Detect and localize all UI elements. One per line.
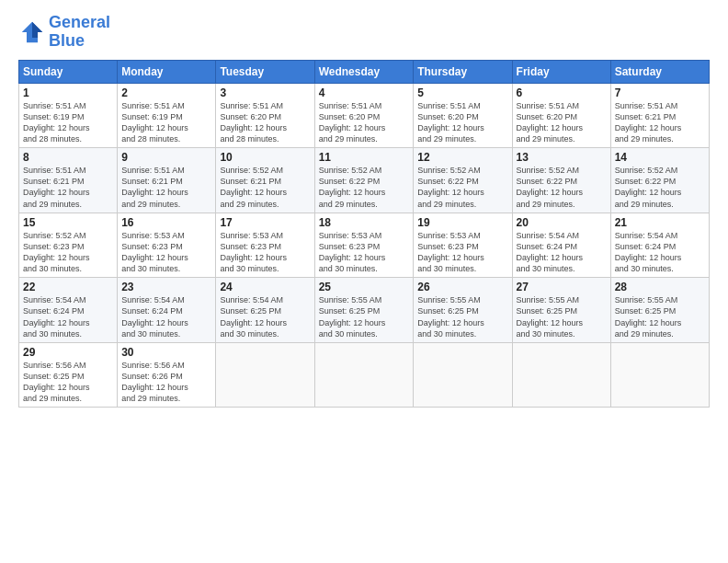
calendar-cell: 12Sunrise: 5:52 AM Sunset: 6:22 PM Dayli…: [414, 148, 512, 213]
day-number: 24: [220, 281, 310, 293]
day-info: Sunrise: 5:51 AM Sunset: 6:21 PM Dayligh…: [23, 165, 113, 210]
day-info: Sunrise: 5:56 AM Sunset: 6:26 PM Dayligh…: [121, 360, 211, 405]
page: General Blue SundayMondayTuesdayWednesda…: [0, 0, 728, 563]
weekday-header-friday: Friday: [512, 60, 610, 83]
calendar-cell: 26Sunrise: 5:55 AM Sunset: 6:25 PM Dayli…: [414, 278, 512, 343]
day-number: 13: [517, 151, 607, 164]
day-number: 1: [23, 86, 113, 99]
calendar-cell: 27Sunrise: 5:55 AM Sunset: 6:25 PM Dayli…: [512, 278, 610, 343]
day-info: Sunrise: 5:51 AM Sunset: 6:20 PM Dayligh…: [417, 100, 507, 145]
calendar-week-4: 22Sunrise: 5:54 AM Sunset: 6:24 PM Dayli…: [19, 278, 710, 343]
day-info: Sunrise: 5:54 AM Sunset: 6:24 PM Dayligh…: [517, 230, 607, 275]
calendar-cell: 14Sunrise: 5:52 AM Sunset: 6:22 PM Dayli…: [610, 148, 709, 213]
day-info: Sunrise: 5:53 AM Sunset: 6:23 PM Dayligh…: [417, 230, 507, 275]
day-info: Sunrise: 5:52 AM Sunset: 6:22 PM Dayligh…: [615, 165, 705, 210]
calendar-cell: 6Sunrise: 5:51 AM Sunset: 6:20 PM Daylig…: [512, 83, 610, 148]
day-info: Sunrise: 5:51 AM Sunset: 6:19 PM Dayligh…: [23, 100, 113, 145]
calendar-cell: [610, 342, 709, 408]
day-number: 7: [615, 86, 705, 99]
day-number: 14: [615, 151, 705, 164]
day-number: 6: [517, 86, 607, 99]
calendar-cell: 10Sunrise: 5:52 AM Sunset: 6:21 PM Dayli…: [216, 148, 314, 213]
calendar-cell: 18Sunrise: 5:53 AM Sunset: 6:23 PM Dayli…: [314, 213, 414, 278]
day-info: Sunrise: 5:55 AM Sunset: 6:25 PM Dayligh…: [417, 294, 507, 339]
day-number: 22: [23, 281, 113, 293]
day-number: 17: [220, 216, 310, 229]
day-number: 15: [23, 216, 113, 229]
day-info: Sunrise: 5:51 AM Sunset: 6:20 PM Dayligh…: [319, 100, 410, 145]
day-info: Sunrise: 5:51 AM Sunset: 6:21 PM Dayligh…: [615, 100, 705, 145]
day-info: Sunrise: 5:54 AM Sunset: 6:24 PM Dayligh…: [23, 294, 113, 339]
day-number: 5: [417, 86, 507, 99]
weekday-header-sunday: Sunday: [19, 60, 118, 83]
weekday-header-tuesday: Tuesday: [216, 60, 314, 83]
calendar-cell: 8Sunrise: 5:51 AM Sunset: 6:21 PM Daylig…: [19, 148, 118, 213]
day-info: Sunrise: 5:52 AM Sunset: 6:22 PM Dayligh…: [417, 165, 507, 210]
calendar-cell: 11Sunrise: 5:52 AM Sunset: 6:22 PM Dayli…: [314, 148, 414, 213]
day-number: 29: [23, 346, 113, 359]
calendar-cell: [216, 342, 314, 408]
calendar-cell: 19Sunrise: 5:53 AM Sunset: 6:23 PM Dayli…: [414, 213, 512, 278]
day-number: 4: [319, 86, 410, 99]
day-info: Sunrise: 5:55 AM Sunset: 6:25 PM Dayligh…: [615, 294, 705, 339]
weekday-header-thursday: Thursday: [414, 60, 512, 83]
day-number: 26: [417, 281, 507, 293]
day-info: Sunrise: 5:54 AM Sunset: 6:24 PM Dayligh…: [121, 294, 211, 339]
day-number: 16: [121, 216, 211, 229]
calendar-cell: [314, 342, 414, 408]
day-number: 9: [121, 151, 211, 164]
day-number: 30: [121, 346, 211, 359]
day-number: 10: [220, 151, 310, 164]
calendar-cell: 3Sunrise: 5:51 AM Sunset: 6:20 PM Daylig…: [216, 83, 314, 148]
day-info: Sunrise: 5:54 AM Sunset: 6:24 PM Dayligh…: [615, 230, 705, 275]
calendar-cell: 16Sunrise: 5:53 AM Sunset: 6:23 PM Dayli…: [118, 213, 216, 278]
day-info: Sunrise: 5:54 AM Sunset: 6:25 PM Dayligh…: [220, 294, 310, 339]
calendar-week-1: 1Sunrise: 5:51 AM Sunset: 6:19 PM Daylig…: [19, 83, 710, 148]
day-info: Sunrise: 5:52 AM Sunset: 6:22 PM Dayligh…: [319, 165, 410, 210]
calendar-cell: 29Sunrise: 5:56 AM Sunset: 6:25 PM Dayli…: [19, 342, 118, 408]
day-number: 2: [121, 86, 211, 99]
calendar-cell: 5Sunrise: 5:51 AM Sunset: 6:20 PM Daylig…: [414, 83, 512, 148]
day-number: 12: [417, 151, 507, 164]
calendar-cell: 17Sunrise: 5:53 AM Sunset: 6:23 PM Dayli…: [216, 213, 314, 278]
day-info: Sunrise: 5:52 AM Sunset: 6:22 PM Dayligh…: [517, 165, 607, 210]
header: General Blue: [18, 14, 710, 51]
logo-text: General Blue: [49, 14, 110, 51]
calendar-cell: 13Sunrise: 5:52 AM Sunset: 6:22 PM Dayli…: [512, 148, 610, 213]
day-info: Sunrise: 5:51 AM Sunset: 6:20 PM Dayligh…: [220, 100, 310, 145]
day-number: 18: [319, 216, 410, 229]
day-info: Sunrise: 5:53 AM Sunset: 6:23 PM Dayligh…: [121, 230, 211, 275]
calendar-cell: 1Sunrise: 5:51 AM Sunset: 6:19 PM Daylig…: [19, 83, 118, 148]
day-number: 21: [615, 216, 705, 229]
calendar-cell: 28Sunrise: 5:55 AM Sunset: 6:25 PM Dayli…: [610, 278, 709, 343]
calendar-cell: 23Sunrise: 5:54 AM Sunset: 6:24 PM Dayli…: [118, 278, 216, 343]
day-number: 8: [23, 151, 113, 164]
calendar-cell: 30Sunrise: 5:56 AM Sunset: 6:26 PM Dayli…: [118, 342, 216, 408]
day-info: Sunrise: 5:53 AM Sunset: 6:23 PM Dayligh…: [220, 230, 310, 275]
svg-marker-1: [32, 22, 42, 38]
calendar-cell: [414, 342, 512, 408]
calendar: SundayMondayTuesdayWednesdayThursdayFrid…: [18, 60, 710, 408]
day-info: Sunrise: 5:55 AM Sunset: 6:25 PM Dayligh…: [517, 294, 607, 339]
logo-icon: [18, 18, 46, 46]
weekday-header-wednesday: Wednesday: [314, 60, 414, 83]
day-info: Sunrise: 5:51 AM Sunset: 6:19 PM Dayligh…: [121, 100, 211, 145]
day-number: 19: [417, 216, 507, 229]
day-info: Sunrise: 5:55 AM Sunset: 6:25 PM Dayligh…: [319, 294, 410, 339]
calendar-cell: 24Sunrise: 5:54 AM Sunset: 6:25 PM Dayli…: [216, 278, 314, 343]
calendar-cell: 4Sunrise: 5:51 AM Sunset: 6:20 PM Daylig…: [314, 83, 414, 148]
calendar-week-3: 15Sunrise: 5:52 AM Sunset: 6:23 PM Dayli…: [19, 213, 710, 278]
day-info: Sunrise: 5:56 AM Sunset: 6:25 PM Dayligh…: [23, 360, 113, 405]
day-info: Sunrise: 5:53 AM Sunset: 6:23 PM Dayligh…: [319, 230, 410, 275]
day-number: 28: [615, 281, 705, 293]
calendar-cell: 2Sunrise: 5:51 AM Sunset: 6:19 PM Daylig…: [118, 83, 216, 148]
day-number: 27: [517, 281, 607, 293]
day-number: 25: [319, 281, 410, 293]
weekday-header-saturday: Saturday: [610, 60, 709, 83]
calendar-cell: [512, 342, 610, 408]
calendar-week-5: 29Sunrise: 5:56 AM Sunset: 6:25 PM Dayli…: [19, 342, 710, 408]
day-info: Sunrise: 5:52 AM Sunset: 6:23 PM Dayligh…: [23, 230, 113, 275]
calendar-cell: 20Sunrise: 5:54 AM Sunset: 6:24 PM Dayli…: [512, 213, 610, 278]
calendar-cell: 21Sunrise: 5:54 AM Sunset: 6:24 PM Dayli…: [610, 213, 709, 278]
day-number: 11: [319, 151, 410, 164]
